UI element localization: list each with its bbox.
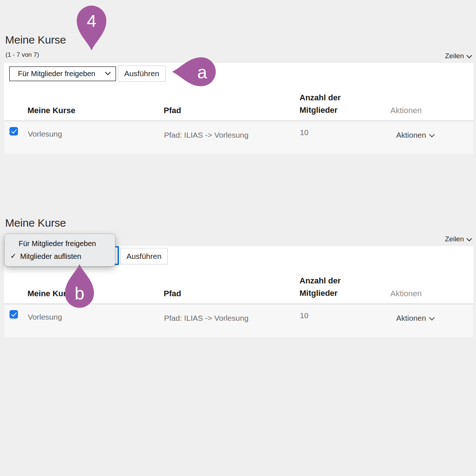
annotation-marker-4: 4 (75, 4, 108, 52)
chevron-down-icon (466, 235, 472, 241)
row-actions-label: Aktionen (396, 131, 426, 140)
bulk-action-select[interactable]: Für Mitglieder freigeben (9, 66, 116, 81)
column-header-path: Pfad (164, 289, 181, 298)
table-row: Vorlesung Pfad: ILIAS -> Vorlesung 10 Ak… (4, 121, 473, 154)
menu-item-label: Mitglieder auflisten (20, 252, 81, 261)
menu-item-label: Für Mitglieder freigeben (19, 239, 96, 248)
marker-label: 4 (75, 12, 108, 30)
row-actions-label: Aktionen (396, 314, 426, 323)
execute-button-label: Ausführen (126, 252, 161, 261)
member-count-cell: 10 (300, 311, 308, 320)
member-count-cell: 10 (300, 128, 308, 137)
course-path-cell: Pfad: ILIAS -> Vorlesung (164, 314, 249, 323)
course-title-cell: Vorlesung (28, 130, 62, 138)
execute-button-label: Ausführen (124, 69, 159, 78)
page-title: Meine Kurse (5, 217, 66, 229)
table-header-area: Für Mitglieder freigeben Ausführen Meine… (4, 63, 473, 121)
column-header-courses: Meine Kurse (27, 106, 75, 115)
marker-label: a (193, 64, 212, 81)
column-header-actions: Aktionen (390, 289, 422, 298)
rows-dropdown-label: Zeilen (445, 52, 464, 60)
row-actions-dropdown[interactable]: Aktionen (396, 131, 434, 140)
rows-dropdown[interactable]: Zeilen (445, 235, 471, 243)
column-header-member-count: Anzahl der Mitglieder (300, 275, 347, 300)
tutorial-screenshot: Meine Kurse (1 - 7 von 7) Zeilen Für Mit… (0, 0, 476, 476)
table-panel: Für Mitglieder freigeben Ausführen Meine… (4, 63, 473, 154)
execute-button[interactable]: Ausführen (118, 66, 166, 82)
annotation-marker-b: b (63, 262, 96, 310)
annotation-marker-a: a (170, 56, 218, 88)
column-header-path: Pfad (164, 106, 181, 115)
course-path-cell: Pfad: ILIAS -> Vorlesung (164, 131, 249, 140)
chevron-down-icon (105, 70, 111, 75)
row-actions-dropdown[interactable]: Aktionen (396, 314, 434, 323)
execute-button[interactable]: Ausführen (120, 248, 168, 264)
menu-item-auflisten[interactable]: ✓ Mitglieder auflisten (5, 250, 115, 263)
chevron-down-icon (429, 315, 435, 320)
marker-label: b (63, 285, 96, 302)
checkmark-icon: ✓ (10, 252, 16, 260)
row-checkbox[interactable] (10, 127, 18, 135)
menu-item-freigeben[interactable]: Für Mitglieder freigeben (5, 237, 115, 250)
rows-dropdown-label: Zeilen (445, 235, 464, 243)
column-header-actions: Aktionen (390, 106, 422, 115)
chevron-down-icon (429, 131, 435, 137)
courses-table-section-1: Meine Kurse (1 - 7 von 7) Zeilen Für Mit… (0, 33, 476, 159)
course-title-cell: Vorlesung (28, 313, 62, 321)
page-title: Meine Kurse (5, 34, 66, 46)
chevron-down-icon (466, 52, 472, 58)
column-header-member-count: Anzahl der Mitglieder (300, 92, 347, 116)
row-checkbox[interactable] (10, 310, 18, 319)
pagination-info: (1 - 7 von 7) (5, 51, 39, 59)
bulk-action-select-value: Für Mitglieder freigeben (18, 70, 95, 78)
bulk-action-open-menu: Für Mitglieder freigeben ✓ Mitglieder au… (4, 234, 115, 267)
rows-dropdown[interactable]: Zeilen (445, 52, 471, 60)
